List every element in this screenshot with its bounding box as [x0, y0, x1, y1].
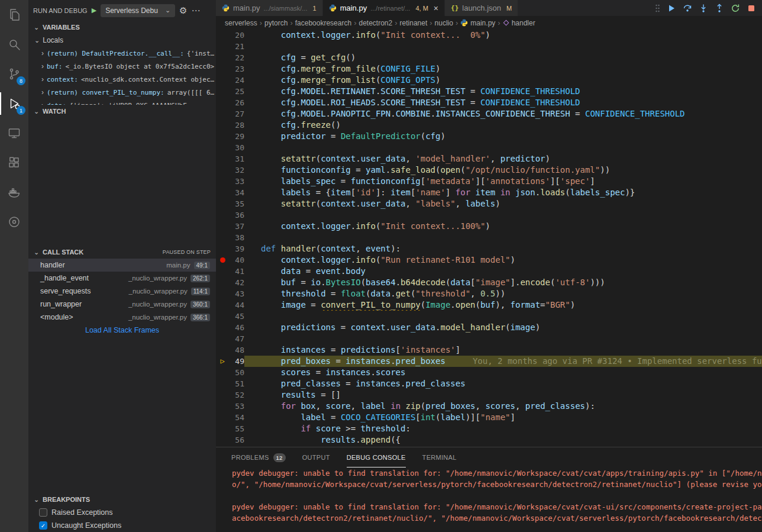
restart-button[interactable] [731, 4, 740, 13]
code-content[interactable]: buf = io.BytesIO(base64.b64decode(data["… [244, 277, 762, 288]
watch-section-header[interactable]: ⌄ WATCH [28, 105, 216, 118]
code-content[interactable]: pred_boxes = instances.pred_boxesYou, 2 … [244, 356, 762, 367]
code-content[interactable]: results.append({ [244, 434, 762, 446]
glyph-margin[interactable] [216, 63, 229, 75]
code-content[interactable]: cfg.merge_from_list(CONFIG_OPTS) [244, 75, 762, 86]
breadcrumb-item[interactable]: nuclio [435, 19, 453, 27]
breadcrumb-item[interactable]: retinanet [400, 19, 428, 27]
breadcrumb-item[interactable]: pytorch [264, 19, 288, 27]
editor-tab[interactable]: {}launch.jsonM [445, 0, 518, 16]
code-content[interactable]: cfg.freeze() [244, 120, 762, 131]
activity-remote-explorer[interactable] [0, 118, 28, 148]
glyph-margin[interactable] [216, 97, 229, 108]
glyph-margin[interactable] [216, 311, 229, 322]
variable-row[interactable]: ›context:<nuclio_sdk.context.Context obj… [28, 73, 216, 86]
code-content[interactable]: cfg = get_cfg() [244, 52, 762, 63]
load-all-stack-frames-link[interactable]: Load All Stack Frames [28, 324, 216, 337]
glyph-margin[interactable] [216, 86, 229, 97]
glyph-margin[interactable] [216, 120, 229, 131]
code-content[interactable]: context.logger.info("Init context...100%… [244, 221, 762, 232]
glyph-margin[interactable] [216, 322, 229, 333]
glyph-margin[interactable]: ▷ [216, 356, 229, 367]
breadcrumb-item[interactable]: detectron2 [359, 19, 392, 27]
code-content[interactable] [244, 142, 762, 153]
stack-frame[interactable]: <module>_nuclio_wrapper.py366:1 [28, 311, 216, 324]
variable-row[interactable]: ›buf:<_io.BytesIO object at 0x7f5a2dc1ec… [28, 60, 216, 73]
code-content[interactable] [244, 232, 762, 243]
code-content[interactable]: context.logger.info("Run retinanet-R101 … [244, 254, 762, 266]
call-stack-section-header[interactable]: ⌄ CALL STACK PAUSED ON STEP [28, 246, 216, 259]
code-content[interactable]: instances = predictions['instances'] [244, 344, 762, 356]
glyph-margin[interactable] [216, 41, 229, 52]
code-content[interactable]: cfg.MODEL.PANOPTIC_FPN.COMBINE.INSTANCES… [244, 108, 762, 120]
glyph-margin[interactable] [216, 142, 229, 153]
glyph-margin[interactable] [216, 209, 229, 221]
breakpoint-row[interactable]: ✓Uncaught Exceptions [28, 519, 216, 532]
activity-source-control[interactable]: 8 [0, 59, 28, 89]
breakpoints-section-header[interactable]: ⌄ BREAKPOINTS [28, 493, 216, 506]
glyph-margin[interactable] [216, 30, 229, 41]
panel-tab-output[interactable]: OUTPUT [302, 447, 330, 467]
panel-tab-terminal[interactable]: TERMINAL [422, 447, 457, 467]
stack-frame[interactable]: serve_requests_nuclio_wrapper.py114:1 [28, 285, 216, 298]
glyph-margin[interactable] [216, 153, 229, 165]
glyph-margin[interactable] [216, 52, 229, 63]
glyph-margin[interactable] [216, 299, 229, 311]
glyph-margin[interactable] [216, 412, 229, 423]
glyph-margin[interactable] [216, 288, 229, 299]
glyph-margin[interactable] [216, 344, 229, 356]
activity-circle-extension[interactable] [0, 207, 28, 237]
glyph-margin[interactable] [216, 423, 229, 434]
activity-search[interactable] [0, 30, 28, 59]
code-content[interactable]: results = [] [244, 389, 762, 401]
debug-console-output[interactable]: pydev debugger: unable to find translati… [216, 467, 762, 524]
glyph-margin[interactable] [216, 434, 229, 446]
code-content[interactable]: def handler(context, event): [244, 243, 762, 254]
continue-button[interactable] [667, 4, 676, 13]
glyph-margin[interactable] [216, 254, 229, 266]
debug-config-dropdown[interactable]: Serverless Debu ⌄ [101, 4, 175, 17]
variable-row[interactable]: ›(return) convert_PIL_to_numpy:array([[[… [28, 86, 216, 99]
breadcrumb-item[interactable]: serverless [225, 19, 257, 27]
code-content[interactable]: functionconfig = yaml.safe_load(open("/o… [244, 165, 762, 176]
glyph-margin[interactable] [216, 108, 229, 120]
panel-tab-problems[interactable]: PROBLEMS12 [231, 447, 286, 467]
activity-explorer[interactable] [0, 0, 28, 30]
breadcrumb-item[interactable]: facebookresearch [295, 19, 351, 27]
code-content[interactable]: scores = instances.scores [244, 367, 762, 378]
glyph-margin[interactable] [216, 378, 229, 389]
variable-row[interactable]: ›data:{'image': 'iVBOR-OXG=AAAANSUhE… [28, 99, 216, 105]
code-content[interactable]: threshold = float(data.get("threshold", … [244, 288, 762, 299]
code-content[interactable]: if score >= threshold: [244, 423, 762, 434]
glyph-margin[interactable] [216, 75, 229, 86]
activity-run-and-debug[interactable]: 1 [0, 89, 28, 118]
more-actions-icon[interactable]: ⋯ [192, 5, 201, 16]
gear-icon[interactable]: ⚙ [179, 5, 187, 16]
glyph-margin[interactable] [216, 176, 229, 187]
glyph-margin[interactable] [216, 187, 229, 198]
code-content[interactable]: labels = {item['id']: item['name'] for i… [244, 187, 762, 198]
editor-tab[interactable]: main.py.../retinanet/...4, M× [323, 0, 444, 16]
code-content[interactable] [244, 209, 762, 221]
glyph-margin[interactable] [216, 165, 229, 176]
breadcrumb-item[interactable]: main.py [460, 19, 495, 27]
code-content[interactable] [244, 41, 762, 52]
code-content[interactable]: cfg.MODEL.RETINANET.SCORE_THRESH_TEST = … [244, 86, 762, 97]
code-content[interactable]: pred_classes = instances.pred_classes [244, 378, 762, 389]
glyph-margin[interactable] [216, 221, 229, 232]
glyph-margin[interactable] [216, 401, 229, 412]
glyph-margin[interactable] [216, 232, 229, 243]
checkbox[interactable] [39, 508, 47, 517]
code-content[interactable]: setattr(context.user_data, "labels", lab… [244, 198, 762, 209]
drag-handle-icon[interactable] [655, 4, 660, 13]
editor-tab[interactable]: main.py.../siammask/...1 [216, 0, 322, 16]
code-content[interactable]: predictor = DefaultPredictor(cfg) [244, 131, 762, 142]
code-content[interactable]: for box, score, label in zip(pred_boxes,… [244, 401, 762, 412]
close-icon[interactable]: × [434, 4, 438, 13]
code-content[interactable]: setattr(context.user_data, 'model_handle… [244, 153, 762, 165]
code-content[interactable]: labels_spec = functionconfig['metadata']… [244, 176, 762, 187]
step-out-button[interactable] [715, 4, 724, 13]
stop-button[interactable] [747, 4, 756, 13]
panel-tab-debug-console[interactable]: DEBUG CONSOLE [347, 447, 406, 467]
variable-row[interactable]: ›(return) DefaultPredictor.__call__:{'in… [28, 47, 216, 60]
